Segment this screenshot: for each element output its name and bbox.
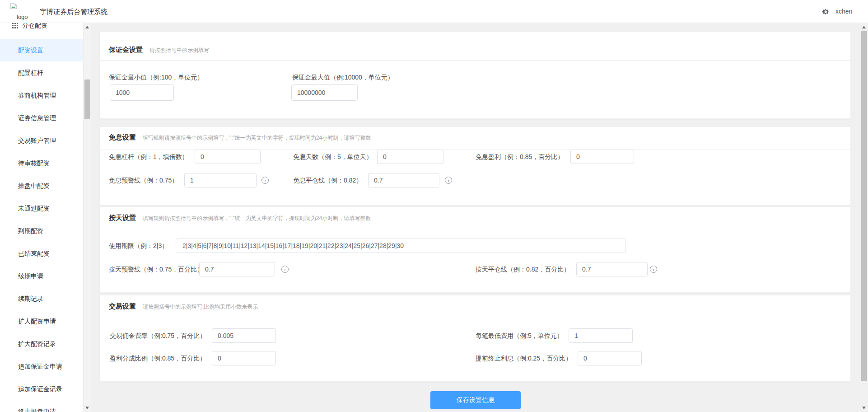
sidebar-item-zhuijia-baozhengjin-shenqing[interactable]: 追加保证金申请 <box>0 355 83 378</box>
field-label: 保证金最大值（例:10000，单位元） <box>292 74 394 81</box>
interest-free-close-line-input[interactable] <box>368 173 439 187</box>
grid-icon <box>12 23 18 28</box>
field-label: 交易佣金费率（例:0.75，百分比） <box>110 332 206 339</box>
info-icon[interactable]: i <box>650 266 657 273</box>
section-subtitle: 填写规则请按照括号中的示例填写，":"统一为英文中的字符，提现时间为24小时制，… <box>143 134 371 142</box>
sidebar-item-fencang-peizi-partial[interactable]: 分仓配资 <box>0 23 83 30</box>
trade-profit-share-input[interactable] <box>212 351 276 365</box>
info-icon[interactable]: i <box>445 177 452 184</box>
sidebar-scrollbar-thumb[interactable] <box>84 80 90 119</box>
scroll-down-arrow-icon[interactable] <box>862 407 866 409</box>
field-label: 盈利分成比例（例:0.85，百分比） <box>110 355 206 362</box>
page: logo 宇博证券后台管理系统 xchen 分仓配资 <box>0 0 868 412</box>
main-scrollbar-thumb[interactable] <box>861 31 867 381</box>
field-label: 每笔最低费用（例:5，单位元） <box>476 332 563 339</box>
trade-commission-input[interactable] <box>212 328 276 343</box>
sidebar-item-peizhi-ganggan[interactable]: 配置杠杆 <box>0 61 83 84</box>
header: logo 宇博证券后台管理系统 xchen <box>0 0 868 23</box>
sidebar-item-kuoda-peizi-shenqing[interactable]: 扩大配资申请 <box>0 310 83 332</box>
app-title: 宇博证券后台管理系统 <box>40 0 107 23</box>
sidebar-item-quanshang-jigou[interactable]: 券商机构管理 <box>0 84 83 107</box>
field-label: 按天平仓线（例：0.82，百分比） <box>476 266 570 273</box>
sidebar-item-xuqi-jilu[interactable]: 续期记录 <box>0 287 83 310</box>
save-settings-button[interactable]: 保存设置信息 <box>430 391 521 409</box>
sidebar-item-yijieshu-peizi[interactable]: 已结束配资 <box>0 242 83 265</box>
sidebar-item-peizi-shezhi[interactable]: 配资设置 <box>0 39 83 61</box>
card-trade-settings: 交易设置 请按照括号中的示例填写,比例均采用小数来表示 交易佣金费率（例:0.7… <box>100 295 851 382</box>
section-title: 保证金设置 <box>109 46 143 54</box>
field-label: 免息杠杆（例：1，填倍数） <box>109 153 188 160</box>
field-label: 免息盈利（例：0.85，百分比） <box>476 153 564 160</box>
scroll-up-arrow-icon[interactable] <box>862 26 866 28</box>
sidebar-item-zhengquan-xinxi[interactable]: 证券信息管理 <box>0 107 83 129</box>
interest-free-profit-input[interactable] <box>570 150 634 164</box>
username[interactable]: xchen <box>835 0 852 23</box>
field-label: 提前终止利息（例:0.25，百分比） <box>476 355 572 362</box>
daily-close-line-input[interactable] <box>576 262 648 276</box>
daily-duration-input[interactable] <box>176 239 625 253</box>
field-label: 免息平仓线（例：0.82） <box>293 177 362 184</box>
sidebar-item-kuoda-peizi-jilu[interactable]: 扩大配资记录 <box>0 332 83 355</box>
logo-alt-text: logo <box>17 14 28 20</box>
scroll-down-arrow-icon[interactable] <box>85 407 89 409</box>
interest-free-days-input[interactable] <box>377 150 443 164</box>
section-title: 交易设置 <box>109 302 136 311</box>
margin-max-input[interactable] <box>291 84 358 101</box>
card-daily-settings: 按天设置 填写规则请按照括号中的示例填写，":"统一为英文中的字符，提现时间为2… <box>100 207 851 293</box>
daily-warning-line-input[interactable] <box>199 262 275 276</box>
section-subtitle: 填写规则请按照括号中的示例填写，":"统一为英文中的字符，提现时间为24小时制，… <box>143 215 371 222</box>
interest-free-leverage-input[interactable] <box>195 150 261 164</box>
sidebar-item-caopanzhong-peizi[interactable]: 操盘中配资 <box>0 174 83 197</box>
section-title: 按天设置 <box>109 214 136 222</box>
sidebar-item-daishenhe-peizi[interactable]: 待审核配资 <box>0 152 83 174</box>
sidebar-item-daoqi-peizi[interactable]: 到期配资 <box>0 220 83 242</box>
sidebar-item-zhuijia-baozhengjin-jilu[interactable]: 追加保证金记录 <box>0 378 83 400</box>
field-label: 使用期限（例：2|3） <box>109 242 168 249</box>
margin-min-input[interactable] <box>110 84 174 101</box>
sidebar-item-jiaoyi-zhanghu[interactable]: 交易账户管理 <box>0 129 83 152</box>
divider <box>100 317 850 317</box>
divider <box>100 60 850 61</box>
trade-min-fee-input[interactable] <box>569 328 633 343</box>
scroll-up-arrow-icon[interactable] <box>85 26 89 28</box>
section-title: 免息设置 <box>109 133 136 142</box>
sidebar-item-xuqi-shenqing[interactable]: 续期申请 <box>0 265 83 287</box>
card-interest-free-settings: 免息设置 填写规则请按照括号中的示例填写，":"统一为英文中的字符，提现时间为2… <box>100 126 851 206</box>
info-icon[interactable]: i <box>281 266 289 273</box>
trade-early-interest-input[interactable] <box>578 351 642 365</box>
field-label: 免息天数（例：5，单位天） <box>293 153 373 160</box>
sidebar: 分仓配资 配资设置 配置杠杆 券商机构管理 证券信息管理 交易账户管理 待审核配… <box>0 23 83 412</box>
main-scrollbar[interactable] <box>860 23 868 412</box>
section-subtitle: 请按照括号中的示例填写 <box>149 47 209 54</box>
info-icon[interactable]: i <box>261 177 269 184</box>
sidebar-item-label: 分仓配资 <box>22 23 47 30</box>
field-label: 保证金最小值（例:100，单位元） <box>109 74 203 81</box>
gear-icon[interactable] <box>822 8 829 15</box>
field-label: 免息预警线（例：0.75） <box>109 177 178 184</box>
sidebar-item-zhongzhi-caopan-shenqing[interactable]: 终止操盘申请 <box>0 400 83 412</box>
field-label: 按天预警线（例：0.75，百分比） <box>109 266 203 273</box>
section-subtitle: 请按照括号中的示例填写,比例均采用小数来表示 <box>143 303 258 311</box>
interest-free-warning-line-input[interactable] <box>184 173 257 187</box>
sidebar-item-weitongguo-peizi[interactable]: 未通过配资 <box>0 197 83 220</box>
sidebar-scrollbar[interactable] <box>83 23 91 412</box>
broken-image-icon <box>10 3 17 11</box>
card-margin-settings: 保证金设置 请按照括号中的示例填写 保证金最小值（例:100，单位元） 保证金最… <box>100 32 851 119</box>
divider <box>100 228 850 228</box>
sidebar-menu: 配资设置 配置杠杆 券商机构管理 证券信息管理 交易账户管理 待审核配资 操盘中… <box>0 39 83 412</box>
